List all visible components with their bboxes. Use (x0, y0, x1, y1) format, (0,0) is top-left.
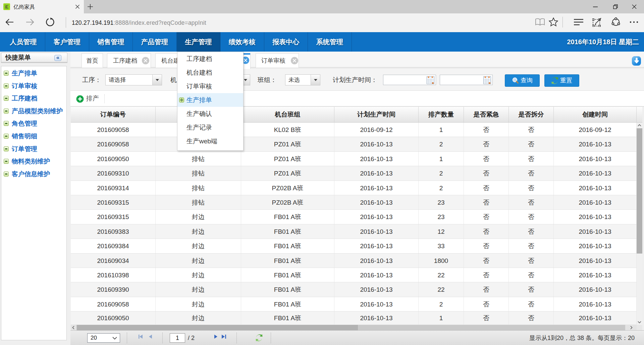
svg-text:E: E (5, 4, 8, 9)
